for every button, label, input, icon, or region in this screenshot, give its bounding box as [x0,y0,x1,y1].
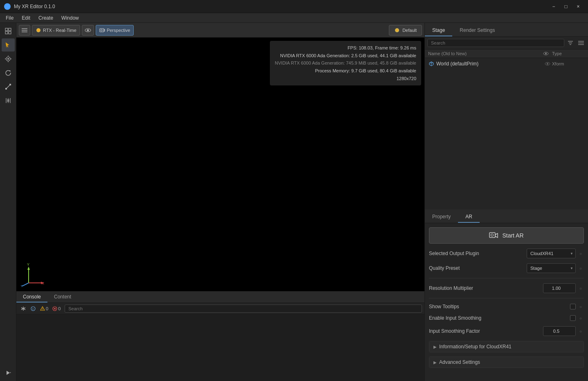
select-mode-button[interactable] [2,25,15,38]
quality-preset-label: Quality Preset [429,265,527,271]
input-smoothing-factor-input[interactable]: 0.5 [543,326,576,336]
rotate-tool-button[interactable] [2,66,15,79]
svg-line-34 [22,283,29,286]
input-smoothing-factor-row: Input Smoothing Factor 0.5 ○ [429,325,584,337]
enable-input-smoothing-row: Enable Input Smoothing ○ [429,314,584,322]
menu-file[interactable]: File [2,14,18,22]
snap-tool-button[interactable] [2,94,15,107]
stage-search-input[interactable] [427,39,564,47]
bottom-panel: Console Content i [16,291,424,381]
gpu2-stat: NVIDIA RTX 6000 Ada Generation: 745.9 Mi… [275,59,416,67]
resolution-multiplier-input[interactable]: 1.00 [543,283,576,293]
move-tool-button[interactable] [2,38,15,52]
output-plugin-row: Selected Output Plugin CloudXR41 ○ [429,248,584,259]
resolution-multiplier-reset[interactable]: ○ [577,285,584,291]
advanced-settings-chevron: ▶ [433,360,437,365]
info-setup-label: Information/Setup for CloudXR41 [439,344,512,350]
default-button[interactable]: Default [389,25,422,36]
rtx-button[interactable]: RTX - Real-Time [32,25,80,36]
scale-tool-button[interactable] [2,80,15,93]
svg-text:Z: Z [20,285,23,287]
resolution-multiplier-value: 1.00 ○ [543,283,584,293]
maximize-button[interactable]: □ [560,2,572,11]
output-plugin-label: Selected Output Plugin [429,251,527,256]
main-content: RTX - Real-Time [0,23,588,381]
svg-point-25 [101,29,102,31]
info-setup-chevron: ▶ [433,345,437,349]
svg-point-7 [7,58,9,60]
ar-divider-2 [429,298,584,298]
gpu1-stat: NVIDIA RTX 6000 Ada Generation: 2.5 GiB … [275,52,416,60]
enable-input-smoothing-reset[interactable]: ○ [577,315,584,321]
enable-input-smoothing-checkbox[interactable] [570,315,576,321]
svg-rect-2 [5,28,8,31]
advanced-settings-header[interactable]: ▶ Advanced Settings [429,357,584,368]
tab-content[interactable]: Content [47,291,78,303]
svg-text:X: X [42,281,44,285]
advanced-settings-label: Advanced Settings [439,359,480,365]
center-area: RTX - Real-Time [16,23,424,381]
title-bar-controls: − □ × [548,2,584,11]
viewport-canvas[interactable]: FPS: 108.03, Frame time: 9.26 ms NVIDIA … [16,38,424,291]
ar-settings: Selected Output Plugin CloudXR41 ○ Quali… [429,248,584,337]
tree-item[interactable]: World (defaultPrim) Xform [425,59,588,69]
perspective-button[interactable]: Perspective [96,25,134,36]
viewport-settings-button[interactable] [19,25,30,36]
close-button[interactable]: × [572,2,584,11]
show-tooltips-reset[interactable]: ○ [577,303,584,310]
app-icon [4,3,11,10]
start-ar-button[interactable]: Start AR [429,227,584,244]
resolution-multiplier-row: Resolution Multiplier 1.00 ○ [429,282,584,294]
stage-menu-button[interactable] [577,38,586,47]
play-tool-button[interactable] [2,366,15,379]
quality-preset-select[interactable]: Stage [527,263,576,273]
stage-filter-button[interactable] [566,38,575,47]
svg-point-21 [37,29,40,31]
svg-rect-24 [100,29,104,32]
console-asterisk-button[interactable] [19,304,28,313]
svg-text:!: ! [42,307,43,310]
info-setup-header[interactable]: ▶ Information/Setup for CloudXR41 [429,341,584,352]
tab-render-settings[interactable]: Render Settings [452,25,502,36]
menu-window[interactable]: Window [57,14,83,22]
tree-col-eye [543,52,552,56]
svg-point-58 [491,234,494,236]
output-plugin-select-wrapper: CloudXR41 [527,249,576,258]
console-search-input[interactable] [65,305,422,313]
stage-search-bar [425,37,588,49]
error-badge: 0 [51,306,62,311]
tab-stage[interactable]: Stage [425,25,452,36]
menu-create[interactable]: Create [34,14,57,22]
tab-property[interactable]: Property [425,211,458,223]
tree-item-eye[interactable] [543,62,552,66]
svg-point-1 [7,6,8,7]
warn-badge: ! 0 [38,306,50,311]
console-info-button[interactable]: i [29,304,38,313]
output-plugin-reset[interactable]: ○ [577,250,584,257]
stage-tree-header: Name (Old to New) Type [425,49,588,58]
input-smoothing-factor-reset[interactable]: ○ [577,328,584,334]
show-tooltips-value: ○ [570,303,584,310]
tab-ar[interactable]: AR [458,211,480,223]
quality-preset-row: Quality Preset Stage ○ [429,262,584,274]
input-smoothing-factor-label: Input Smoothing Factor [429,328,543,334]
info-setup-section: ▶ Information/Setup for CloudXR41 [429,341,584,352]
quality-preset-reset[interactable]: ○ [577,265,584,271]
tab-console[interactable]: Console [16,291,47,303]
console-search [65,305,422,313]
menu-edit[interactable]: Edit [18,14,34,22]
ar-divider-1 [429,278,584,278]
visibility-button[interactable] [82,25,94,36]
svg-text:Y: Y [27,262,29,267]
output-plugin-select[interactable]: CloudXR41 [527,249,576,258]
start-ar-label: Start AR [502,232,523,239]
menu-bar: File Edit Create Window [0,13,588,23]
enable-input-smoothing-value: ○ [570,315,584,321]
transform-tool-button[interactable] [2,52,15,65]
tree-item-type: Xform [552,61,585,66]
svg-point-23 [87,29,89,31]
svg-rect-5 [9,31,11,34]
show-tooltips-checkbox[interactable] [570,304,576,309]
memory-stat: Process Memory: 9.7 GiB used, 80.4 GiB a… [275,67,416,75]
minimize-button[interactable]: − [548,2,559,11]
